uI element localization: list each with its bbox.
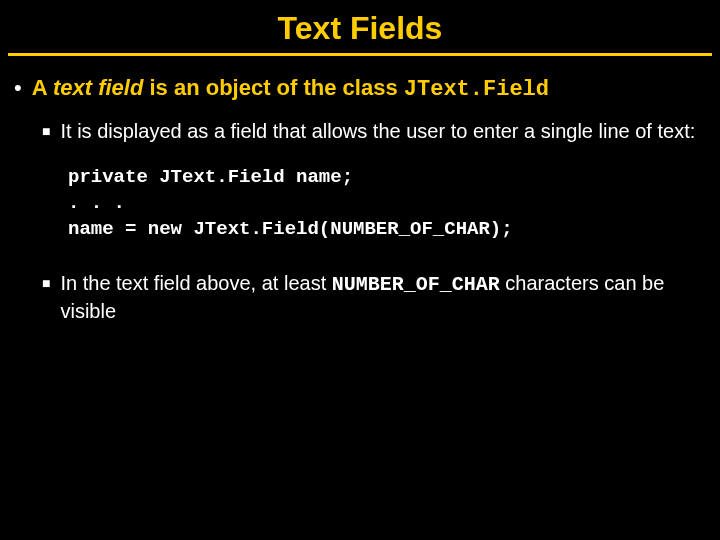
bullet-marker-dot: • [14, 74, 22, 102]
b1-prefix: A [32, 75, 53, 100]
sub2-text: In the text field above, at least NUMBER… [60, 270, 706, 324]
bullet-marker-square: ■ [42, 270, 50, 296]
b1-code: JText.Field [404, 77, 549, 102]
bullet-level-2: ■ In the text field above, at least NUMB… [42, 270, 706, 324]
code-line-3: name = new JText.Field(NUMBER_OF_CHAR); [68, 218, 513, 240]
code-block: private JText.Field name; . . . name = n… [68, 164, 706, 242]
b1-em: text field [53, 75, 143, 100]
sub1-text: It is displayed as a field that allows t… [60, 118, 695, 144]
b1-mid: is an object of the class [143, 75, 403, 100]
bullet-marker-square: ■ [42, 118, 50, 144]
sub2-prefix: In the text field above, at least [60, 272, 331, 294]
code-line-2: . . . [68, 192, 125, 214]
code-line-1: private JText.Field name; [68, 166, 353, 188]
bullet-level-1: • A text field is an object of the class… [14, 74, 706, 104]
sub2-code: NUMBER_OF_CHAR [332, 273, 500, 296]
slide-title: Text Fields [0, 0, 720, 53]
bullet1-text: A text field is an object of the class J… [32, 74, 549, 104]
bullet-level-2: ■ It is displayed as a field that allows… [42, 118, 706, 144]
title-underline [8, 53, 712, 56]
slide-content: • A text field is an object of the class… [0, 74, 720, 324]
